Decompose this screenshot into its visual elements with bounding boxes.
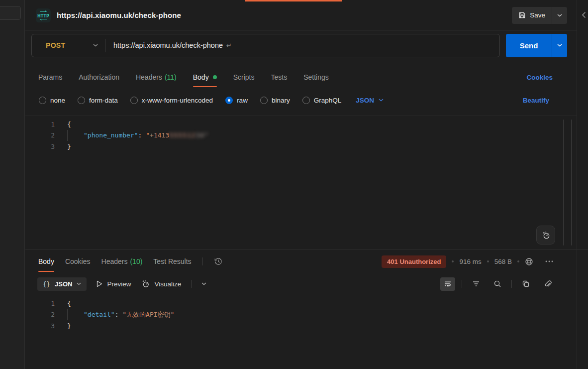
- toolbar-divider: [191, 280, 192, 288]
- tools-divider: [462, 280, 462, 288]
- language-label: JSON: [356, 97, 374, 104]
- save-button[interactable]: Save: [512, 7, 552, 24]
- save-options-button[interactable]: [552, 7, 567, 24]
- tab-label: Headers: [101, 257, 128, 265]
- token-punct: {: [67, 121, 71, 128]
- return-key-glyph: ↵: [226, 42, 232, 49]
- request-tab-tests[interactable]: Tests: [271, 66, 287, 89]
- copy-icon[interactable]: [518, 277, 533, 291]
- token-string: "无效的API密钥": [122, 310, 174, 319]
- body-type-x-www-form-urlencoded[interactable]: x-www-form-urlencoded: [130, 97, 213, 104]
- chevron-down-icon: [77, 282, 81, 285]
- url-input[interactable]: https://api.xiaomu.uk/check-phone: [105, 41, 223, 49]
- method-selector[interactable]: POST: [32, 41, 105, 49]
- line-number: 1: [25, 300, 55, 307]
- radio-icon: [302, 97, 310, 104]
- tab-label: Settings: [303, 73, 329, 81]
- separator-dot: [517, 260, 519, 262]
- method-label: POST: [46, 41, 65, 49]
- radio-icon: [225, 97, 233, 104]
- code-line: 2"detail": "无效的API密钥": [25, 309, 577, 321]
- response-size[interactable]: 568 B: [494, 258, 512, 265]
- collapse-panel-icon[interactable]: [582, 11, 586, 18]
- send-options-button[interactable]: [552, 34, 567, 57]
- chevron-down-icon[interactable]: [201, 282, 206, 285]
- link-icon[interactable]: [540, 277, 555, 291]
- body-type-form-data[interactable]: form-data: [78, 97, 118, 104]
- tab-label: Scripts: [233, 73, 255, 81]
- body-type-none[interactable]: none: [39, 97, 65, 104]
- response-tab-body[interactable]: Body: [38, 249, 54, 273]
- tab-label: Body: [38, 257, 54, 265]
- request-url-bar: POST https://api.xiaomu.uk/check-phone ↵…: [25, 31, 577, 60]
- visualize-button[interactable]: Visualize: [141, 279, 181, 288]
- tab-label: Params: [38, 73, 62, 81]
- line-number: 2: [25, 311, 55, 318]
- token-key: "phone_number": [84, 131, 138, 139]
- body-type-raw[interactable]: raw: [225, 97, 248, 104]
- radio-label: x-www-form-urlencoded: [142, 97, 213, 104]
- status-badge[interactable]: 401 Unauthorized: [382, 255, 446, 268]
- body-type-binary[interactable]: binary: [260, 97, 290, 104]
- tab-count: (11): [165, 73, 177, 81]
- response-time[interactable]: 916 ms: [459, 258, 481, 265]
- radio-label: binary: [272, 97, 290, 104]
- save-split-button: Save: [512, 7, 567, 24]
- sidebar-tab-stub[interactable]: [0, 6, 21, 20]
- request-body-editor[interactable]: 1{2"phone_number": "+141355551234"3}: [25, 115, 577, 249]
- request-tab-authorization[interactable]: Authorization: [79, 66, 119, 89]
- http-protocol-icon: HTTP: [36, 8, 51, 22]
- code-line: 2"phone_number": "+141355551234": [25, 130, 577, 141]
- status-divider: [539, 257, 539, 265]
- code-line: 1{: [25, 119, 577, 130]
- response-tab-cookies[interactable]: Cookies: [65, 249, 91, 273]
- line-number: 1: [25, 121, 55, 128]
- separator-dot: [452, 260, 454, 262]
- token-punct: }: [67, 322, 71, 330]
- save-icon: [518, 11, 526, 19]
- network-globe-icon[interactable]: [525, 257, 533, 266]
- wrap-text-button[interactable]: [440, 277, 455, 291]
- tab-label: Body: [193, 73, 209, 81]
- response-format-select[interactable]: {} JSON: [37, 277, 87, 291]
- code-line: 3}: [25, 141, 577, 152]
- token-punct: :: [115, 311, 123, 318]
- request-tab-body[interactable]: Body: [193, 66, 217, 89]
- indent-guide: [67, 130, 68, 141]
- chevron-down-icon: [379, 99, 384, 102]
- request-tabs: ParamsAuthorizationHeaders(11)BodyScript…: [25, 66, 577, 89]
- response-tabs: BodyCookiesHeaders(10)Test Results: [38, 249, 192, 273]
- play-icon: [97, 280, 102, 287]
- line-number: 3: [25, 322, 55, 330]
- filter-icon[interactable]: [469, 277, 484, 291]
- token-string: "+1413: [146, 131, 169, 139]
- tab-label: Test Results: [153, 257, 191, 265]
- send-split-button: Send: [506, 34, 567, 57]
- cookies-link[interactable]: Cookies: [526, 66, 553, 89]
- send-button[interactable]: Send: [506, 34, 552, 57]
- response-tab-test-results[interactable]: Test Results: [153, 249, 191, 273]
- history-icon[interactable]: [214, 257, 223, 266]
- preview-button[interactable]: Preview: [97, 280, 131, 288]
- search-icon[interactable]: [490, 277, 505, 291]
- response-body-editor[interactable]: 1{2"detail": "无效的API密钥"3}: [25, 295, 577, 369]
- beautify-link[interactable]: Beautify: [523, 97, 549, 104]
- body-type-graphql[interactable]: GraphQL: [302, 97, 342, 104]
- token-string-redacted: 555512: [169, 131, 196, 139]
- tab-label: Authorization: [79, 73, 119, 81]
- editor-scrollbar[interactable]: [563, 120, 564, 246]
- indent-guide: [67, 309, 68, 321]
- more-options-icon[interactable]: [545, 260, 554, 263]
- request-tab-headers[interactable]: Headers(11): [136, 66, 177, 89]
- tabs-divider: [202, 257, 203, 265]
- request-tab-params[interactable]: Params: [38, 66, 62, 89]
- postbot-assistant-button[interactable]: [536, 226, 555, 245]
- token-punct: {: [67, 300, 71, 307]
- raw-language-select[interactable]: JSON: [356, 97, 384, 104]
- request-tab-settings[interactable]: Settings: [303, 66, 329, 89]
- separator-dot: [487, 260, 489, 262]
- response-tab-headers[interactable]: Headers(10): [101, 249, 143, 273]
- request-tab-scripts[interactable]: Scripts: [233, 66, 255, 89]
- send-button-label: Send: [520, 41, 538, 50]
- radio-icon: [78, 97, 85, 104]
